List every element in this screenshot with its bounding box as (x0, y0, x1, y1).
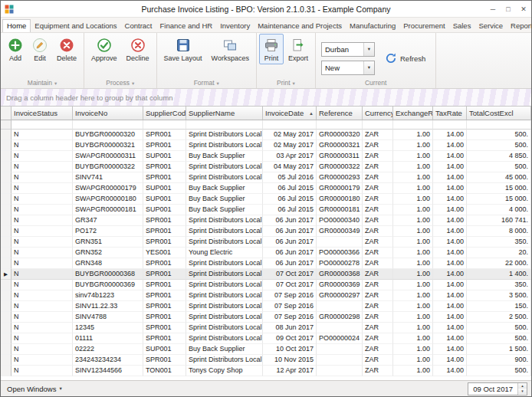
cell[interactable]: ZAR (363, 366, 393, 376)
cell[interactable]: GRN351 (73, 237, 143, 248)
cell[interactable]: Buy Back Supplier (186, 205, 263, 215)
cell[interactable]: 500. (467, 333, 531, 344)
cell[interactable]: 15 000. (467, 194, 531, 205)
select-all-corner[interactable] (1, 107, 11, 120)
cell[interactable]: 1.00 (393, 172, 433, 183)
cell[interactable]: SPR001 (143, 140, 186, 151)
cell[interactable]: Sprint Distributors Local (186, 172, 263, 183)
close-button[interactable]: ✕ (516, 2, 531, 16)
cell[interactable]: 14.00 (433, 140, 467, 151)
cell[interactable]: Buy Back Supplier (186, 344, 263, 355)
cell[interactable]: 14.00 (433, 333, 467, 344)
cell[interactable]: 14.00 (433, 344, 467, 355)
row-indicator[interactable] (1, 290, 11, 301)
cell[interactable]: Sprint Distributors Local (186, 215, 263, 226)
cell[interactable]: Sprint Distributors Local (186, 226, 263, 237)
cell[interactable]: 04 May 2017 (263, 162, 317, 172)
cell[interactable]: N (11, 140, 73, 151)
cell[interactable]: 1.00 (393, 323, 433, 333)
cell[interactable]: SPR001 (143, 130, 186, 140)
group-label-format[interactable]: Format▾ (159, 78, 254, 88)
cell[interactable]: 06 Jun 2017 (263, 248, 317, 258)
filter-cell[interactable] (467, 120, 531, 130)
cell[interactable]: N (11, 312, 73, 323)
cell[interactable]: BUYBGR00000321 (73, 140, 143, 151)
row-indicator[interactable] (1, 151, 11, 162)
cell[interactable]: N (11, 248, 73, 258)
cell[interactable]: Sprint Distributors Local (186, 162, 263, 172)
row-indicator[interactable] (1, 172, 11, 183)
cell[interactable]: 14.00 (433, 162, 467, 172)
cell[interactable]: ZAR (363, 312, 393, 323)
cell[interactable]: GR00000181 (317, 205, 363, 215)
cell[interactable]: SUP001 (143, 194, 186, 205)
cell[interactable]: 14.00 (433, 237, 467, 248)
tab-service[interactable]: Service (475, 20, 507, 32)
cell[interactable] (317, 323, 363, 333)
table-row[interactable]: NPO172SPR001Sprint Distributors Local06 … (1, 226, 531, 237)
cell[interactable]: 06 Jul 2015 (263, 205, 317, 215)
cell[interactable]: SWAPGR00000311 (73, 151, 143, 162)
cell[interactable]: SINV741 (73, 172, 143, 183)
table-row[interactable]: NGRN351SPR001Sprint Distributors Local06… (1, 237, 531, 248)
filter-cell[interactable] (317, 120, 363, 130)
cell[interactable]: ZAR (363, 130, 393, 140)
title-bar[interactable]: Purchase Invoice Listing - BPO: Version … (1, 1, 531, 18)
cell[interactable]: 10 Oct 2017 (263, 344, 317, 355)
cell[interactable]: ZAR (363, 205, 393, 215)
cell[interactable]: Sprint Distributors Local (186, 280, 263, 290)
cell[interactable]: 1.00 (393, 280, 433, 290)
cell[interactable]: SPR001 (143, 237, 186, 248)
cell[interactable]: 4 850. (467, 151, 531, 162)
cell[interactable]: 14.00 (433, 269, 467, 280)
cell[interactable]: 05 Jul 2016 (263, 172, 317, 183)
site-dropdown[interactable]: Durban ▾ (321, 42, 375, 57)
tab-maintenance-and-projects[interactable]: Maintenance and Projects (254, 20, 346, 32)
cell[interactable]: Sprint Distributors Local (186, 333, 263, 344)
cell[interactable]: 1.00 (393, 151, 433, 162)
cell[interactable]: SPR001 (143, 172, 186, 183)
cell[interactable]: SPR001 (143, 280, 186, 290)
row-indicator[interactable] (1, 355, 11, 366)
cell[interactable]: PO172 (73, 226, 143, 237)
column-header-exchanger-[interactable]: ExchangeR... (393, 107, 433, 120)
cell[interactable]: SPR001 (143, 290, 186, 301)
cell[interactable]: BUYBGR00000368 (73, 269, 143, 280)
cell[interactable]: Sprint Distributors Local (186, 312, 263, 323)
cell[interactable]: 1.00 (393, 130, 433, 140)
row-indicator[interactable] (1, 280, 11, 290)
cell[interactable]: SINV12344566 (73, 366, 143, 376)
table-row[interactable]: NGRN348SPR001Sprint Distributors Local06… (1, 258, 531, 269)
cell[interactable]: N (11, 366, 73, 376)
group-label-maintain[interactable]: Maintain▾ (3, 78, 81, 88)
cell[interactable]: 22 000. (467, 258, 531, 269)
cell[interactable]: Young Electric (186, 248, 263, 258)
cell[interactable]: 1.00 (393, 258, 433, 269)
cell[interactable]: GR00000297 (317, 290, 363, 301)
cell[interactable]: 12345 (73, 323, 143, 333)
cell[interactable]: Sprint Distributors Local (186, 140, 263, 151)
cell[interactable]: N (11, 280, 73, 290)
cell[interactable]: GR00000179 (317, 183, 363, 194)
cell[interactable]: 500. (467, 162, 531, 172)
cell[interactable]: SWAPGR00000181 (73, 205, 143, 215)
cell[interactable]: ZAR (363, 280, 393, 290)
cell[interactable] (317, 344, 363, 355)
refresh-button[interactable]: Refresh (380, 49, 430, 67)
cell[interactable]: BUYBGR00000369 (73, 280, 143, 290)
row-indicator[interactable] (1, 226, 11, 237)
table-row[interactable]: NSINV11.22.33SPR001Sprint Distributors L… (1, 301, 531, 312)
cell[interactable]: SPR001 (143, 333, 186, 344)
cell[interactable]: Buy Back Supplier (186, 183, 263, 194)
cell[interactable]: Tonys Copy Shop (186, 366, 263, 376)
cell[interactable] (317, 237, 363, 248)
cell[interactable]: 500. (467, 366, 531, 376)
cell[interactable]: 1.00 (393, 344, 433, 355)
table-row[interactable]: NGRN352YES001Young Electric06 Jun 2017PO… (1, 248, 531, 258)
table-row[interactable]: NBUYBGR00000369SPR001Sprint Distributors… (1, 280, 531, 290)
cell[interactable]: ZAR (363, 215, 393, 226)
cell[interactable]: 12 Apr 2017 (263, 366, 317, 376)
cell[interactable]: 14.00 (433, 301, 467, 312)
cell[interactable]: ZAR (363, 355, 393, 366)
filter-cell[interactable] (363, 120, 393, 130)
